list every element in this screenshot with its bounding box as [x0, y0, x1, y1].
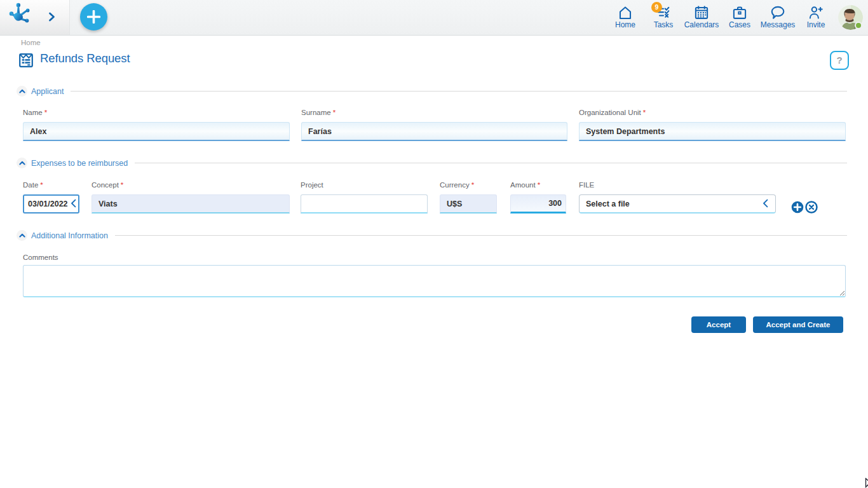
section-divider — [71, 91, 847, 92]
tasks-count-badge: 9 — [651, 2, 662, 13]
name-input[interactable] — [23, 122, 290, 141]
org-unit-input[interactable] — [579, 122, 846, 141]
nav-tasks[interactable]: 9 Tasks — [644, 0, 682, 35]
surname-input[interactable] — [301, 122, 567, 141]
name-label: Name* — [23, 109, 290, 117]
section-title: Additional Information — [31, 231, 108, 240]
currency-input[interactable] — [440, 194, 497, 214]
section-title: Expenses to be reimbursed — [31, 159, 128, 168]
org-unit-field: Organizational Unit* — [579, 109, 846, 141]
project-field: Project — [301, 181, 428, 214]
page-title: Refunds Request — [40, 51, 130, 65]
required-asterisk: * — [121, 181, 123, 189]
project-label: Project — [301, 181, 428, 189]
file-input[interactable] — [579, 194, 776, 214]
surname-field: Surname* — [301, 109, 567, 141]
required-asterisk: * — [40, 181, 43, 189]
required-asterisk: * — [44, 109, 47, 116]
file-label: FILE — [579, 181, 776, 189]
comments-textarea[interactable] — [23, 265, 846, 297]
nav-messages[interactable]: Messages — [759, 0, 797, 35]
comments-label: Comments — [23, 254, 277, 262]
top-nav: Home 9 Tasks Calendars Cases Messages In… — [606, 0, 835, 35]
currency-field: Currency* — [440, 181, 497, 214]
section-applicant-header: Applicant — [17, 86, 847, 97]
top-bar: Home 9 Tasks Calendars Cases Messages In… — [0, 0, 868, 36]
section-divider — [135, 163, 847, 163]
deyel-logo[interactable] — [8, 2, 30, 27]
mouse-cursor — [865, 478, 868, 488]
help-button[interactable]: ? — [830, 51, 849, 70]
section-title: Applicant — [31, 87, 64, 96]
surname-label: Surname* — [301, 109, 567, 117]
amount-label: Amount* — [510, 181, 566, 189]
nav-invite[interactable]: Invite — [797, 0, 835, 35]
file-field: FILE — [579, 181, 776, 214]
required-asterisk: * — [471, 181, 474, 189]
add-row-button[interactable] — [791, 201, 804, 214]
currency-label: Currency* — [440, 181, 497, 189]
required-asterisk: * — [333, 109, 336, 116]
concept-label: Concept* — [92, 181, 290, 189]
nav-cases[interactable]: Cases — [721, 0, 759, 35]
section-additional-header: Additional Information — [17, 230, 847, 241]
project-input[interactable] — [301, 194, 428, 214]
date-picker-chevron-icon[interactable] — [71, 199, 76, 210]
date-label: Date* — [23, 181, 79, 189]
nav-home[interactable]: Home — [606, 0, 644, 35]
required-asterisk: * — [643, 109, 646, 116]
org-unit-label: Organizational Unit* — [579, 109, 846, 117]
file-picker-chevron-icon[interactable] — [763, 199, 768, 210]
accept-and-create-button[interactable]: Accept and Create — [753, 316, 843, 333]
required-asterisk: * — [538, 181, 540, 189]
amount-field: Amount* — [510, 181, 566, 214]
concept-input[interactable] — [92, 194, 290, 214]
nav-calendars[interactable]: Calendars — [682, 0, 721, 35]
delete-row-button[interactable] — [805, 201, 818, 214]
date-field: Date* — [23, 181, 79, 214]
accept-button[interactable]: Accept — [691, 316, 746, 333]
concept-field: Concept* — [92, 181, 290, 214]
section-divider — [115, 235, 847, 236]
new-case-button[interactable] — [80, 3, 107, 30]
section-expenses-header: Expenses to be reimbursed — [17, 158, 847, 168]
form-actions: Accept Accept and Create — [691, 316, 843, 333]
sidebar-expand-chevron-icon[interactable] — [48, 12, 55, 24]
collapse-expenses-icon[interactable] — [17, 158, 27, 168]
collapse-applicant-icon[interactable] — [17, 86, 27, 97]
breadcrumb[interactable]: Home — [21, 39, 41, 46]
collapse-additional-icon[interactable] — [17, 230, 27, 241]
amount-input[interactable] — [510, 194, 566, 214]
name-field: Name* — [23, 109, 290, 141]
form-icon — [19, 53, 33, 70]
online-status-dot — [855, 22, 862, 29]
logo-area — [0, 0, 70, 35]
